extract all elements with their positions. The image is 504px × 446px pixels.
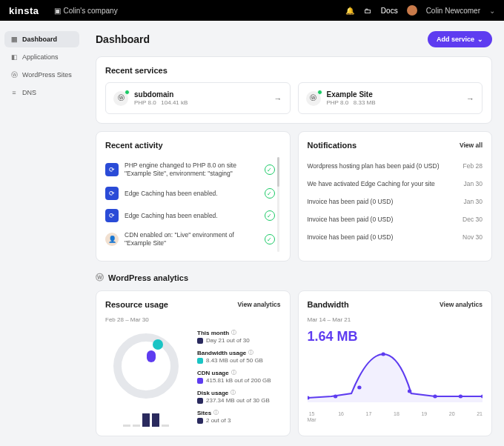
brand-logo: kinsta [9,5,39,16]
notification-row: Invoice has been paid (0 USD)Jan 30 [308,193,483,210]
sidebar-item-label: Dashboard [22,36,57,43]
company-switcher[interactable]: ▣ Colin's company [54,7,118,15]
card-title: Bandwidth [308,300,349,309]
card-title: Resource usage [105,300,168,309]
card-title: Notifications [308,141,357,150]
activity-row: 👤 CDN enabled on: "Live" environment of … [105,227,275,252]
status-dot [317,90,322,95]
usage-row: CDN usage ⓘ415.81 kB out of 200 GB [197,369,281,384]
username[interactable]: Colin Newcomer [426,7,480,15]
service-name: subdomain [134,90,188,99]
sidebar-item-dns[interactable]: ≡ DNS [4,84,79,101]
activity-row: ⟳ Edge Caching has been enabled. ✓ [105,182,275,204]
sidebar-item-label: Applications [22,53,59,61]
usage-row: Sites ⓘ2 out of 3 [197,409,281,424]
notifications-card: Notifications View all Wordpress hosting… [298,131,493,262]
bandwidth-card: Bandwidth View analytics Mar 14 – Mar 21… [298,290,493,436]
docs-link[interactable]: Docs [381,7,398,15]
service-item[interactable]: ⓦ Example Site PHP 8.0 8.33 MB → [298,82,483,114]
recent-activity-card: Recent activity ⟳ PHP engine changed to … [96,131,291,262]
sidebar-item-label: WordPress Sites [22,71,72,79]
dns-icon: ≡ [10,89,18,96]
info-icon: ⓘ [213,409,219,416]
chevron-down-icon[interactable]: ⌄ [489,7,495,15]
wordpress-icon: ⓦ [96,272,104,283]
check-icon: ✓ [265,188,275,199]
building-icon: ▣ [54,7,61,15]
recent-services-card: Recent services ⓦ subdomain PHP 8.0 104.… [96,56,492,124]
donut-chart [113,333,179,399]
resource-usage-card: Resource usage View analytics Feb 28 – M… [96,290,291,436]
sidebar-item-applications[interactable]: ◧ Applications [4,49,79,65]
arrow-right-icon: → [466,94,474,103]
avatar[interactable] [407,5,417,16]
notification-row: Wordpress hosting plan has been paid (0 … [308,157,483,175]
service-item[interactable]: ⓦ subdomain PHP 8.0 104.41 kB → [105,82,291,114]
svg-point-6 [458,395,462,399]
bell-icon[interactable]: 🔔 [345,6,354,15]
info-icon: ⓘ [231,329,236,336]
engine-icon: ⟳ [105,187,119,200]
x-axis: 15Mar 16 17 18 19 20 21 [308,411,483,422]
usage-row: Bandwidth usage ⓘ8.43 MB out of 50 GB [197,349,281,364]
notification-row: Invoice has been paid (0 USD)Nov 30 [308,228,483,246]
check-icon: ✓ [265,164,275,175]
apps-icon: ◧ [10,53,18,61]
sidebar-item-label: DNS [22,89,36,96]
usage-row: This month ⓘDay 21 out of 30 [197,329,281,344]
svg-point-4 [407,390,411,393]
notification-row: Invoice has been paid (0 USD)Dec 30 [308,210,483,228]
date-range: Mar 14 – Mar 21 [308,316,483,323]
usage-row: Disk usage ⓘ237.34 MB out of 30 GB [197,389,281,404]
card-title: Recent services [105,66,483,75]
svg-point-1 [333,395,336,399]
view-all-link[interactable]: View all [460,142,483,149]
docs-folder-icon[interactable]: 🗀 [363,6,372,15]
svg-point-3 [381,353,385,356]
bar-sparkline [123,412,169,427]
activity-row: ⟳ Edge Caching has been enabled. ✓ [105,204,275,227]
bandwidth-chart [308,350,483,410]
engine-icon: ⟳ [105,209,119,222]
arrow-right-icon: → [274,94,282,103]
service-name: Example Site [327,90,376,99]
scrollbar[interactable] [277,157,279,252]
wordpress-icon: ⓦ [113,91,128,106]
company-name: Colin's company [64,7,118,15]
wordpress-icon: ⓦ [10,71,18,79]
sidebar-item-dashboard[interactable]: ▦ Dashboard [4,31,79,47]
content-area: Dashboard Add service ⌄ Recent services … [84,21,504,446]
activity-row: ⟳ PHP engine changed to PHP 8.0 on site … [105,157,275,182]
info-icon: ⓘ [231,369,236,376]
person-icon: 👤 [105,233,119,246]
sidebar-item-wordpress[interactable]: ⓦ WordPress Sites [4,67,79,83]
chevron-down-icon: ⌄ [477,36,483,43]
check-icon: ✓ [265,234,275,244]
svg-point-5 [433,395,437,399]
add-service-button[interactable]: Add service ⌄ [428,31,492,47]
bandwidth-total: 1.64 MB [308,329,483,345]
sidebar: ▦ Dashboard ◧ Applications ⓦ WordPress S… [0,21,84,446]
info-icon: ⓘ [231,389,236,396]
status-dot [125,90,130,95]
check-icon: ✓ [265,210,275,221]
view-analytics-link[interactable]: View analytics [440,301,483,308]
svg-point-2 [357,386,361,390]
view-analytics-link[interactable]: View analytics [238,301,281,308]
dashboard-icon: ▦ [10,36,18,43]
notification-row: We have activated Edge Caching for your … [308,175,483,193]
analytics-heading: ⓦ WordPress analytics [96,272,492,283]
date-range: Feb 28 – Mar 30 [105,316,281,323]
info-icon: ⓘ [248,349,253,356]
card-title: Recent activity [105,141,281,150]
engine-icon: ⟳ [105,163,119,176]
wordpress-icon: ⓦ [306,91,321,106]
topbar: kinsta ▣ Colin's company 🔔 🗀 Docs Colin … [0,0,504,21]
page-title: Dashboard [96,33,150,45]
